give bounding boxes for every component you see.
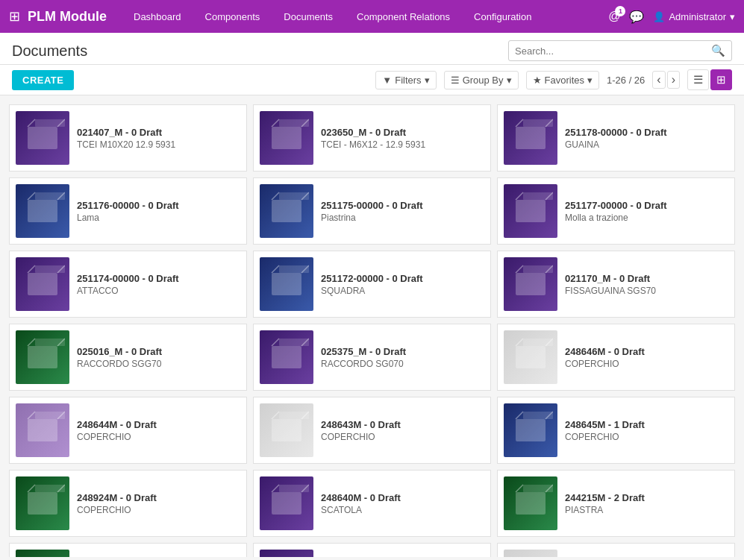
filter-icon: ▼ xyxy=(382,75,392,86)
svg-line-13 xyxy=(28,192,35,200)
doc-title: 251174-00000 - 0 Draft xyxy=(77,273,240,284)
doc-description: PIASTRA xyxy=(565,505,728,515)
document-card[interactable]: omnia_6-00000 - 0 Draft xyxy=(497,543,735,557)
svg-rect-67 xyxy=(279,485,309,492)
favorites-button[interactable]: ★ Favorites ▾ xyxy=(526,71,599,89)
search-input[interactable] xyxy=(515,45,711,57)
svg-rect-0 xyxy=(28,127,57,149)
doc-title: 248645M - 1 Draft xyxy=(565,419,728,430)
doc-thumbnail xyxy=(260,550,313,557)
doc-description: COPERCHIO xyxy=(77,432,240,442)
document-card[interactable]: 251178-00000 - 0 DraftGUAINA xyxy=(497,104,735,172)
svg-rect-3 xyxy=(35,119,65,127)
grid-view-button[interactable]: ⊞ xyxy=(710,69,732,90)
doc-title: 251176-00000 - 0 Draft xyxy=(77,200,240,211)
document-card[interactable]: 248645M - 1 DraftCOPERCHIO xyxy=(497,397,735,464)
svg-rect-36 xyxy=(28,346,57,368)
svg-rect-19 xyxy=(279,192,309,200)
document-card[interactable]: 251172-00000 - 0 DraftSQUADRA xyxy=(253,251,491,318)
svg-line-9 xyxy=(516,119,523,127)
doc-thumbnail xyxy=(504,184,557,238)
document-card[interactable]: 021170_M - 0 DraftFISSAGUAINA SGS70 xyxy=(497,251,735,318)
nav-component-relations[interactable]: Component Relations xyxy=(352,8,454,25)
document-card[interactable]: 248644M - 0 DraftCOPERCHIO xyxy=(9,397,247,464)
document-card[interactable]: 251175-00000 - 0 DraftPiastrina xyxy=(253,177,491,245)
list-view-button[interactable]: ☰ xyxy=(687,69,709,90)
next-page-button[interactable]: › xyxy=(667,71,680,89)
svg-rect-52 xyxy=(272,419,301,441)
svg-rect-32 xyxy=(516,273,546,295)
document-card[interactable]: 407132-00000 - 0 DraftGR.ALIMENTAZ. ROBO… xyxy=(253,543,491,557)
document-card[interactable]: 023650_M - 0 DraftTCEI - M6X12 - 12.9 59… xyxy=(253,104,491,172)
document-card[interactable]: 250807M - 0 DraftFLANGIA xyxy=(9,543,247,557)
nav-components[interactable]: Components xyxy=(201,8,265,25)
doc-thumbnail xyxy=(260,330,313,384)
create-button[interactable]: CREATE xyxy=(12,70,74,90)
messages-icon[interactable]: 💬 xyxy=(629,10,644,24)
grid-menu-icon[interactable]: ⊞ xyxy=(9,8,20,25)
svg-rect-23 xyxy=(523,192,553,200)
doc-description: COPERCHIO xyxy=(77,505,240,515)
nav-menu: Dashboard Components Documents Component… xyxy=(129,8,608,25)
svg-rect-47 xyxy=(523,339,553,346)
svg-rect-27 xyxy=(35,265,65,273)
document-card[interactable]: 251176-00000 - 0 DraftLama xyxy=(9,177,247,245)
svg-rect-56 xyxy=(516,419,546,441)
doc-description: Molla a trazione xyxy=(565,213,728,223)
document-card[interactable]: 251174-00000 - 0 DraftATTACCO xyxy=(9,251,247,318)
document-card[interactable]: 025016_M - 0 DraftRACCORDO SGG70 xyxy=(9,324,247,391)
svg-line-37 xyxy=(28,339,35,346)
document-card[interactable]: 248924M - 0 DraftCOPERCHIO xyxy=(9,470,247,537)
svg-line-29 xyxy=(272,265,279,273)
document-card[interactable]: 021407_M - 0 DraftTCEI M10X20 12.9 5931 xyxy=(9,104,247,172)
doc-description: RACCORDO SGG70 xyxy=(77,359,240,369)
document-card[interactable]: 248646M - 0 DraftCOPERCHIO xyxy=(497,324,735,391)
filters-button[interactable]: ▼ Filters ▾ xyxy=(375,71,436,89)
svg-rect-51 xyxy=(35,412,65,419)
doc-info: 244215M - 2 DraftPIASTRA xyxy=(565,492,728,515)
svg-rect-20 xyxy=(516,200,546,222)
svg-rect-8 xyxy=(516,127,546,149)
prev-page-button[interactable]: ‹ xyxy=(652,71,665,89)
doc-thumbnail xyxy=(16,476,69,530)
groupby-button[interactable]: ☰ Group By ▾ xyxy=(444,71,519,89)
svg-line-53 xyxy=(272,412,279,419)
doc-thumbnail xyxy=(260,111,313,165)
document-card[interactable]: 251177-00000 - 0 DraftMolla a trazione xyxy=(497,177,735,245)
user-menu[interactable]: 👤 Administrator ▾ xyxy=(653,11,735,22)
search-bar: 🔍 xyxy=(508,40,732,61)
document-card[interactable]: 244215M - 2 DraftPIASTRA xyxy=(497,470,735,537)
doc-thumbnail xyxy=(504,550,557,557)
doc-title: 251177-00000 - 0 Draft xyxy=(565,200,728,211)
search-icon[interactable]: 🔍 xyxy=(711,44,725,57)
svg-rect-4 xyxy=(272,127,301,149)
document-card[interactable]: 025375_M - 0 DraftRACCORDO SG070 xyxy=(253,324,491,391)
toolbar-right: ▼ Filters ▾ ☰ Group By ▾ ★ Favorites ▾ 1… xyxy=(375,69,732,90)
svg-rect-16 xyxy=(272,200,301,222)
doc-description: TCEI - M6X12 - 12.9 5931 xyxy=(321,139,484,150)
groupby-icon: ☰ xyxy=(451,75,460,86)
doc-title: 244215M - 2 Draft xyxy=(565,492,728,503)
doc-thumbnail xyxy=(260,476,313,530)
doc-title: 248646M - 0 Draft xyxy=(565,346,728,357)
notifications-icon[interactable]: @ 1 xyxy=(608,10,620,23)
view-toggles: ☰ ⊞ xyxy=(687,69,732,90)
svg-line-21 xyxy=(516,192,523,200)
svg-line-17 xyxy=(272,192,279,200)
doc-info: 251178-00000 - 0 DraftGUAINA xyxy=(565,127,728,150)
doc-info: 025016_M - 0 DraftRACCORDO SGG70 xyxy=(77,346,240,369)
svg-rect-39 xyxy=(35,339,65,346)
doc-description: COPERCHIO xyxy=(321,432,484,442)
document-card[interactable]: 248643M - 0 DraftCOPERCHIO xyxy=(253,397,491,464)
content-area: 021407_M - 0 DraftTCEI M10X20 12.9 59310… xyxy=(0,95,744,557)
nav-documents[interactable]: Documents xyxy=(279,8,337,25)
doc-title: 251178-00000 - 0 Draft xyxy=(565,127,728,138)
favorites-label: Favorites xyxy=(545,75,584,86)
doc-thumbnail xyxy=(260,184,313,238)
nav-configuration[interactable]: Configuration xyxy=(469,8,536,25)
nav-dashboard[interactable]: Dashboard xyxy=(129,8,186,25)
doc-description: ATTACCO xyxy=(77,286,240,296)
document-card[interactable]: 248640M - 0 DraftSCATOLA xyxy=(253,470,491,537)
doc-info: 251175-00000 - 0 DraftPiastrina xyxy=(321,200,484,223)
doc-thumbnail xyxy=(16,257,69,311)
